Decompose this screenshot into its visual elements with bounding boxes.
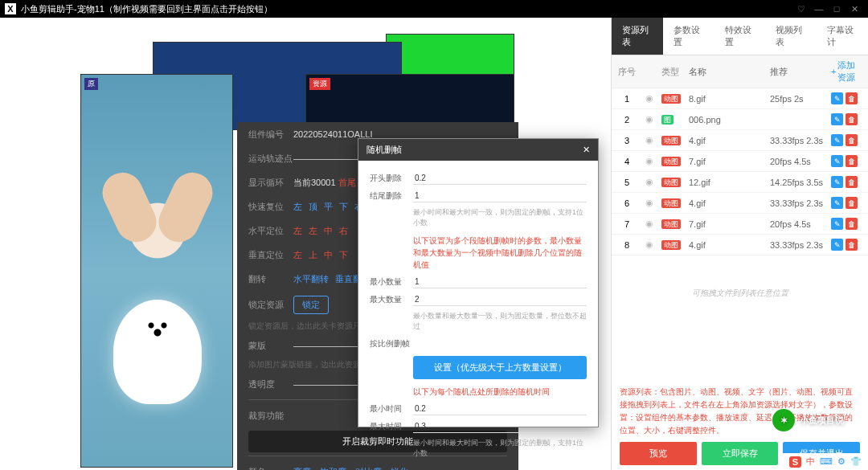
help-icon[interactable]: ♡ xyxy=(792,4,810,14)
eye-icon[interactable]: ◉ xyxy=(637,156,661,166)
eye-icon[interactable]: ◉ xyxy=(637,114,661,125)
type-badge: 动图 xyxy=(661,178,681,187)
tab-subtitle[interactable]: 字幕设计 xyxy=(817,18,868,55)
crop-label: 裁剪功能 xyxy=(248,410,293,422)
eye-icon[interactable]: ◉ xyxy=(637,239,661,250)
tab-videos[interactable]: 视频列表 xyxy=(765,18,817,55)
type-badge: 动图 xyxy=(661,136,681,145)
lock-label: 锁定资源 xyxy=(248,299,293,311)
drop-hint: 可拖拽文件到列表任意位置 xyxy=(612,255,868,331)
table-row[interactable]: 2◉图006.png✎🗑 xyxy=(612,109,868,130)
mask-label: 蒙版 xyxy=(248,340,293,352)
delete-icon[interactable]: 🗑 xyxy=(845,239,858,251)
window-title: 小鱼剪辑助手-宠物11（制作视频需要回到主界面点击开始按钮） xyxy=(21,3,272,15)
type-badge: 图 xyxy=(661,115,674,125)
add-resource-button[interactable]: + 添加资源 xyxy=(831,59,863,84)
delete-icon[interactable]: 🗑 xyxy=(845,218,858,230)
table-row[interactable]: 4◉动图7.gif20fps 4.5s✎🗑 xyxy=(612,151,868,172)
delete-icon[interactable]: 🗑 xyxy=(845,155,858,167)
loop-first[interactable]: 首尾 xyxy=(338,178,356,187)
type-badge: 动图 xyxy=(661,157,681,166)
reset-label: 快速复位 xyxy=(248,201,293,213)
type-badge: 动图 xyxy=(661,94,681,104)
type-badge: 动图 xyxy=(661,240,681,250)
delete-icon[interactable]: 🗑 xyxy=(845,113,858,125)
table-row[interactable]: 3◉动图4.gif33.33fps 2.3s✎🗑 xyxy=(612,130,868,151)
ratio-setting-button[interactable]: 设置（优先级大于上方数量设置） xyxy=(413,356,587,379)
id-label: 组件编号 xyxy=(248,129,293,141)
vpos-label: 垂直定位 xyxy=(248,249,293,261)
tab-effects[interactable]: 特效设置 xyxy=(714,18,766,55)
eye-icon[interactable]: ◉ xyxy=(637,177,661,187)
edit-icon[interactable]: ✎ xyxy=(831,197,843,209)
type-badge: 动图 xyxy=(661,198,681,208)
save-button[interactable]: 立即保存 xyxy=(702,442,779,465)
table-row[interactable]: 1◉动图8.gif25fps 2s✎🗑 xyxy=(612,88,868,109)
delete-icon[interactable]: 🗑 xyxy=(845,92,858,104)
color-label: 颜色 xyxy=(248,466,293,471)
max-count-input[interactable]: 2 xyxy=(413,293,587,306)
maximize-button[interactable]: □ xyxy=(828,4,845,14)
end-delete-input[interactable]: 1 xyxy=(413,190,587,202)
ime-lang[interactable]: 中 xyxy=(806,456,815,468)
side-tabs: 资源列表 参数设置 特效设置 视频列表 字幕设计 xyxy=(612,18,868,55)
eye-icon[interactable]: ◉ xyxy=(637,198,661,208)
delete-icon[interactable]: 🗑 xyxy=(845,197,858,209)
table-row[interactable]: 7◉动图7.gif20fps 4.5s✎🗑 xyxy=(612,214,868,235)
start-delete-input[interactable]: 0.2 xyxy=(413,172,587,185)
edit-icon[interactable]: ✎ xyxy=(831,113,843,125)
skin-icon[interactable]: 👕 xyxy=(850,456,862,467)
dialog-title: 随机删帧 xyxy=(366,144,402,156)
edit-icon[interactable]: ✎ xyxy=(831,155,843,167)
preview-content-dog xyxy=(113,300,202,404)
table-row[interactable]: 8◉动图4.gif33.33fps 2.3s✎🗑 xyxy=(612,235,868,255)
opacity-label: 透明度 xyxy=(248,378,293,390)
flip-label: 翻转 xyxy=(248,273,293,285)
titlebar: X 小鱼剪辑助手-宠物11（制作视频需要回到主界面点击开始按钮） ♡ — □ ✕ xyxy=(0,0,868,18)
delete-icon[interactable]: 🗑 xyxy=(845,176,858,188)
dialog-close-icon[interactable]: ✕ xyxy=(583,145,590,155)
preview-tag: 原 xyxy=(84,78,98,90)
layer-tag: 资源 xyxy=(309,78,330,90)
wechat-icon: ✶ xyxy=(772,409,795,431)
eye-icon[interactable]: ◉ xyxy=(637,219,661,229)
tab-resources[interactable]: 资源列表 xyxy=(612,18,663,55)
minimize-button[interactable]: — xyxy=(810,4,828,14)
hpos-label: 水平定位 xyxy=(248,225,293,237)
app-icon: X xyxy=(5,3,16,14)
track-label: 运动轨迹点 xyxy=(248,153,293,165)
min-count-input[interactable]: 1 xyxy=(413,276,587,288)
watermark: ✶ 小鱼项目说 xyxy=(772,409,844,431)
settings-icon[interactable]: ⚙ xyxy=(837,456,845,467)
edit-icon[interactable]: ✎ xyxy=(831,92,843,104)
max-time-input[interactable]: 0.3 xyxy=(413,420,587,433)
loop-label: 显示循环 xyxy=(248,177,293,189)
preview-button[interactable]: 预览 xyxy=(620,442,697,465)
delete-icon[interactable]: 🗑 xyxy=(845,134,858,146)
preview-frame[interactable]: 原 xyxy=(80,74,233,468)
statusbar: S 中 ⌨ ⚙ 👕 xyxy=(783,453,868,470)
random-delete-dialog: 随机删帧✕ 开头删除0.2 结尾删除1 最小时间和最大时间一致，则为固定的删帧，… xyxy=(358,138,599,427)
canvas-area[interactable]: 资源 原 组件编号20220524011OALLI 运动轨迹点———————— … xyxy=(0,18,611,470)
eye-icon[interactable]: ◉ xyxy=(637,93,661,104)
ime-icon[interactable]: S xyxy=(789,456,801,468)
preview-content-hands xyxy=(97,163,218,276)
lock-button[interactable]: 锁定 xyxy=(293,296,329,314)
edit-icon[interactable]: ✎ xyxy=(831,239,843,251)
table-row[interactable]: 6◉动图4.gif33.33fps 2.3s✎🗑 xyxy=(612,193,868,214)
table-row[interactable]: 5◉动图12.gif14.25fps 3.5s✎🗑 xyxy=(612,172,868,193)
edit-icon[interactable]: ✎ xyxy=(831,134,843,146)
side-panel: 资源列表 参数设置 特效设置 视频列表 字幕设计 序号 类型 名称 推荐 + 添… xyxy=(611,18,868,470)
type-badge: 动图 xyxy=(661,219,681,229)
edit-icon[interactable]: ✎ xyxy=(831,218,843,230)
close-button[interactable]: ✕ xyxy=(845,4,863,14)
min-time-input[interactable]: 0.2 xyxy=(413,403,587,415)
eye-icon[interactable]: ◉ xyxy=(637,135,661,145)
edit-icon[interactable]: ✎ xyxy=(831,176,843,188)
keyboard-icon[interactable]: ⌨ xyxy=(820,456,833,467)
table-header: 序号 类型 名称 推荐 + 添加资源 xyxy=(612,55,868,88)
tab-params[interactable]: 参数设置 xyxy=(663,18,714,55)
